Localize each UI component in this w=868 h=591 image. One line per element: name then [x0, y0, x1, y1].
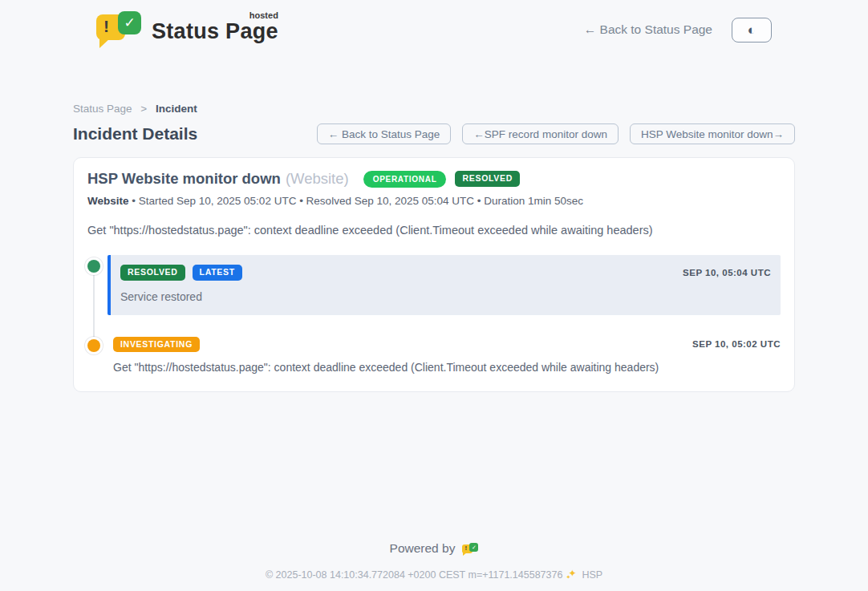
- breadcrumb-separator: >: [140, 103, 147, 115]
- incident-component: (Website): [286, 170, 349, 188]
- page-title: Incident Details: [73, 124, 197, 144]
- header-actions: ← Back to Status Page ◐: [584, 18, 772, 43]
- incident-card-header: HSP Website monitor down (Website) OPERA…: [87, 170, 781, 188]
- copyright-text: © 2025-10-08 14:10:34.772084 +0200 CEST …: [266, 569, 563, 581]
- theme-toggle-button[interactable]: ◐: [732, 18, 772, 43]
- back-to-status-page-link[interactable]: ← Back to Status Page: [584, 22, 712, 37]
- logo-bubble-tail: [463, 553, 467, 556]
- incident-nav-buttons: ← Back to Status Page ←SPF record monito…: [317, 123, 795, 144]
- back-to-status-page-button[interactable]: ← Back to Status Page: [317, 123, 452, 144]
- prev-incident-button[interactable]: ←SPF record monitor down: [462, 123, 619, 144]
- incident-status-badges: OPERATIONAL RESOLVED: [363, 171, 520, 188]
- footer-brand-suffix: HSP: [582, 569, 602, 581]
- site-header: ! ✓ Status Page hosted ← Back to Status …: [0, 0, 868, 48]
- timeline-entry-resolved: RESOLVED LATEST SEP 10, 05:04 UTC Servic…: [87, 255, 781, 315]
- timeline-entry-badges-row: INVESTIGATING SEP 10, 05:02 UTC: [113, 337, 781, 353]
- powered-by: Powered by ! ✓: [0, 541, 868, 556]
- incident-timeline: RESOLVED LATEST SEP 10, 05:04 UTC Servic…: [87, 255, 781, 374]
- timeline-entry-message: Get "https://hostedstatus.page": context…: [113, 361, 781, 374]
- timeline-entry-investigating: INVESTIGATING SEP 10, 05:02 UTC Get "htt…: [87, 336, 781, 374]
- timeline-entry-content: INVESTIGATING SEP 10, 05:02 UTC Get "htt…: [113, 336, 781, 374]
- timeline-dot-green: [87, 260, 100, 273]
- copyright-line: © 2025-10-08 14:10:34.772084 +0200 CEST …: [0, 569, 868, 581]
- page-footer: Powered by ! ✓ © 2025-10-08 14:10:34.772…: [0, 541, 868, 581]
- timeline-entry-message: Service restored: [120, 290, 771, 303]
- latest-badge: LATEST: [193, 265, 242, 281]
- timeline-entry-content: RESOLVED LATEST SEP 10, 05:04 UTC Servic…: [107, 255, 781, 315]
- timeline-dot-orange: [87, 339, 100, 352]
- brand-superscript: hosted: [249, 10, 278, 20]
- incident-title: HSP Website monitor down: [87, 170, 281, 188]
- status-page-logo-icon-small[interactable]: ! ✓: [462, 542, 478, 556]
- exclamation-icon: !: [464, 544, 467, 552]
- check-icon: ✓: [472, 544, 477, 550]
- incident-description: Get "https://hostedstatus.page": context…: [87, 224, 781, 237]
- sparkles-icon: ✦ ✦: [566, 569, 578, 581]
- investigating-badge: INVESTIGATING: [113, 337, 200, 353]
- brand-name: Status Page: [152, 19, 278, 43]
- next-incident-button[interactable]: HSP Website monitor down→: [630, 123, 795, 144]
- resolved-badge: RESOLVED: [120, 265, 185, 281]
- timeline-entry-timestamp: SEP 10, 05:02 UTC: [692, 339, 781, 349]
- timeline-entry-badges-row: RESOLVED LATEST SEP 10, 05:04 UTC: [120, 265, 771, 281]
- resolved-badge: RESOLVED: [455, 171, 520, 187]
- timeline-entry-timestamp: SEP 10, 05:04 UTC: [683, 268, 771, 277]
- incident-card: HSP Website monitor down (Website) OPERA…: [73, 157, 795, 392]
- contrast-icon: ◐: [748, 23, 756, 37]
- check-icon: ✓: [124, 16, 135, 30]
- status-page-logo-icon: ! ✓: [96, 11, 141, 48]
- exclamation-icon: !: [103, 17, 109, 36]
- breadcrumb: Status Page > Incident: [73, 103, 795, 115]
- breadcrumb-status-page[interactable]: Status Page: [73, 103, 132, 115]
- incident-meta-times: • Started Sep 10, 2025 05:02 UTC • Resol…: [132, 195, 583, 207]
- operational-badge: OPERATIONAL: [363, 171, 447, 188]
- powered-by-label: Powered by: [390, 541, 456, 556]
- main-content: Status Page > Incident Incident Details …: [73, 103, 795, 392]
- incident-meta: Website • Started Sep 10, 2025 05:02 UTC…: [87, 195, 781, 207]
- breadcrumb-incident: Incident: [156, 103, 197, 115]
- title-row: Incident Details ← Back to Status Page ←…: [73, 123, 795, 144]
- logo-bubble-tail: [99, 38, 111, 48]
- header-inner: ! ✓ Status Page hosted ← Back to Status …: [96, 0, 772, 48]
- logo-check-square: ✓: [469, 543, 478, 552]
- incident-meta-component: Website: [87, 195, 129, 207]
- brand-logo[interactable]: ! ✓ Status Page hosted: [96, 11, 278, 48]
- logo-check-square: ✓: [118, 11, 141, 34]
- logo-wordmark: Status Page hosted: [152, 11, 278, 44]
